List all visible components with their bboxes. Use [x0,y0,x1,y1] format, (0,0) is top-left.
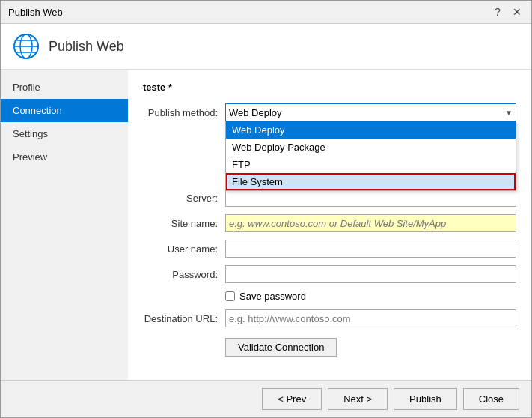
dropdown-arrow-icon: ▼ [505,109,513,117]
header-title: Publish Web [49,39,124,55]
publish-method-select[interactable]: Web Deploy ▼ [225,103,516,121]
server-input[interactable] [225,189,516,207]
sidebar-item-connection[interactable]: Connection [1,99,128,122]
dropdown-option-web-deploy-package[interactable]: Web Deploy Package [226,139,516,156]
destination-url-label: Destination URL: [143,313,225,324]
validate-connection-area: Validate Connection [143,335,516,357]
server-row: Server: [143,189,516,207]
server-label: Server: [143,193,225,204]
save-password-row: Save password [225,291,516,302]
validate-connection-button[interactable]: Validate Connection [225,338,337,357]
user-name-input[interactable] [225,240,516,258]
prev-button[interactable]: < Prev [262,388,322,410]
password-label: Password: [143,269,225,280]
dialog-title: Publish Web [8,7,63,18]
dropdown-option-ftp[interactable]: FTP [226,156,516,173]
dropdown-open: Web Deploy Web Deploy Package FTP File S… [225,121,516,191]
sidebar: Profile Connection Settings Preview [1,70,128,380]
site-name-input[interactable] [225,214,516,232]
user-name-row: User name: [143,240,516,258]
dialog: Publish Web ? ✕ Publish Web Profile Conn… [0,0,532,418]
globe-icon [13,33,40,60]
header-section: Publish Web [1,24,531,70]
publish-button[interactable]: Publish [394,388,457,410]
password-row: Password: [143,265,516,283]
title-bar-left: Publish Web [8,7,63,18]
publish-method-dropdown-wrapper: Web Deploy ▼ Web Deploy Web Deploy Packa… [225,103,516,121]
footer: < Prev Next > Publish Close [1,380,531,417]
sidebar-item-settings[interactable]: Settings [1,122,128,145]
user-name-label: User name: [143,243,225,255]
publish-method-label: Publish method: [143,107,225,118]
publish-method-row: Publish method: Web Deploy ▼ Web Deploy … [143,103,516,121]
site-name-row: Site name: [143,214,516,232]
dropdown-option-web-deploy[interactable]: Web Deploy [226,121,516,139]
site-name-label: Site name: [143,218,225,229]
help-button[interactable]: ? [491,5,504,19]
destination-url-row: Destination URL: [143,309,516,327]
sidebar-item-preview[interactable]: Preview [1,145,128,169]
save-password-label: Save password [239,291,306,302]
sidebar-item-profile[interactable]: Profile [1,76,128,99]
destination-url-input[interactable] [225,309,516,327]
close-icon-button[interactable]: ✕ [510,5,524,19]
title-bar: Publish Web ? ✕ [1,1,531,24]
save-password-checkbox[interactable] [225,291,235,301]
section-title: teste * [143,82,516,93]
main-content: teste * Publish method: Web Deploy ▼ Web… [128,70,531,380]
close-button[interactable]: Close [463,388,519,410]
publish-method-value: Web Deploy [229,107,505,118]
password-input[interactable] [225,265,516,283]
dropdown-option-file-system[interactable]: File System [226,173,516,190]
content-area: Profile Connection Settings Preview test… [1,70,531,380]
next-button[interactable]: Next > [328,388,388,410]
title-bar-controls: ? ✕ [491,5,524,19]
